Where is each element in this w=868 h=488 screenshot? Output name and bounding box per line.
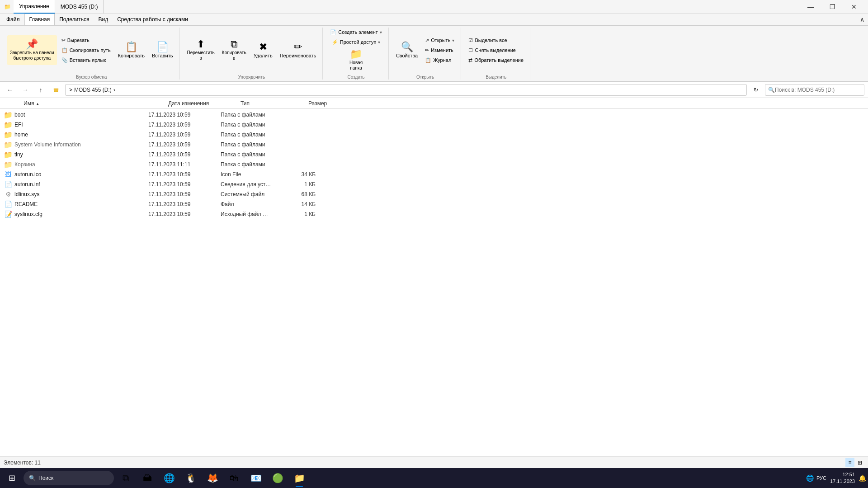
copy-button[interactable]: 📋 Копировать — [115, 35, 147, 65]
file-date-5: 17.11.2023 11:11 — [148, 161, 221, 168]
file-icon-9: 📄 — [4, 200, 13, 209]
status-bar: Элементов: 11 ≡ ⊞ — [0, 456, 868, 468]
back-button[interactable]: ← — [4, 84, 16, 96]
pin-icon: 📌 — [26, 39, 38, 49]
file-type-5: Папка с файлами — [221, 161, 288, 168]
file-type-1: Папка с файлами — [221, 122, 288, 128]
table-row[interactable]: 📁 tiny 17.11.2023 10:59 Папка с файлами — [0, 150, 868, 160]
app-mail[interactable]: 📧 — [246, 468, 266, 488]
address-path-item[interactable]: MODS 455 (D:) — [74, 87, 112, 93]
keyboard-icon[interactable]: РУС — [816, 475, 826, 481]
address-path: > MODS 455 (D:) › — [69, 87, 115, 93]
file-type-8: Системный файл — [221, 191, 288, 197]
app-mountain[interactable]: 🏔 — [137, 468, 157, 488]
app-green[interactable]: 🟢 — [268, 468, 288, 488]
file-date-0: 17.11.2023 10:59 — [148, 112, 221, 118]
details-view-button[interactable]: ≡ — [845, 458, 854, 467]
table-row[interactable]: 📄 README 17.11.2023 10:59 Файл 14 КБ — [0, 199, 868, 209]
maximize-button[interactable]: ❐ — [822, 0, 843, 14]
invert-selection-button[interactable]: ⇄ Обратить выделение — [466, 56, 526, 65]
large-icons-view-button[interactable]: ⊞ — [855, 458, 864, 467]
delete-button[interactable]: ✖ Удалить — [251, 35, 275, 65]
taskview-app[interactable]: ⧉ — [116, 468, 136, 488]
app-firefox[interactable]: 🦊 — [203, 468, 222, 488]
cut-button[interactable]: ✂ Вырезать — [59, 36, 113, 45]
file-size-10: 1 КБ — [288, 211, 325, 217]
copy-to-label: Копироватьв — [222, 50, 246, 61]
ribbon-collapse-button[interactable]: ∧ — [860, 16, 864, 23]
ribbon-tab-disk-tools[interactable]: Средства работы с дисками — [113, 14, 193, 25]
create-element-dropdown[interactable]: 📄 Создать элемент ▾ — [327, 28, 385, 37]
table-row[interactable]: 📝 syslinux.cfg 17.11.2023 10:59 Исходный… — [0, 209, 868, 219]
create-chevron-icon: ▾ — [380, 30, 382, 35]
open-dropdown[interactable]: ↗ Открыть ▾ — [422, 36, 457, 45]
table-row[interactable]: 📁 System Volume Information 17.11.2023 1… — [0, 140, 868, 150]
paste-button[interactable]: 📄 Вставить — [149, 35, 176, 65]
col-header-name[interactable]: Имя ▲ — [22, 100, 166, 107]
table-row[interactable]: 🖼 autorun.ico 17.11.2023 10:59 Icon File… — [0, 169, 868, 179]
app-explorer[interactable]: 📁 — [289, 468, 309, 488]
search-input[interactable] — [775, 87, 861, 93]
pin-button[interactable]: 📌 Закрепить на панелибыстрого доступа — [7, 35, 57, 65]
file-date-4: 17.11.2023 10:59 — [148, 151, 221, 158]
col-header-size[interactable]: Размер — [307, 100, 343, 107]
ribbon-group-clipboard: 📌 Закрепить на панелибыстрого доступа ✂ … — [4, 28, 180, 80]
taskbar-right: 🌐 РУС 12:51 17.11.2023 🔔 — [806, 471, 866, 485]
history-icon: 📋 — [425, 57, 431, 63]
file-name-10: syslinux.cfg — [14, 211, 148, 217]
network-icon[interactable]: 🌐 — [806, 474, 814, 482]
start-button[interactable]: ⊞ — [2, 468, 22, 488]
recent-locations-button[interactable] — [50, 84, 62, 96]
file-type-7: Сведения для уст… — [221, 181, 288, 188]
minimize-button[interactable]: — — [800, 0, 821, 14]
new-folder-button[interactable]: 📁 Новаяпапка — [346, 47, 366, 73]
select-group-label: Выделить — [466, 74, 526, 80]
edit-button[interactable]: ✏ Изменить — [422, 46, 457, 55]
notification-icon[interactable]: 🔔 — [859, 474, 866, 482]
table-row[interactable]: 📁 EFI 17.11.2023 10:59 Папка с файлами — [0, 120, 868, 130]
file-name-2: home — [14, 131, 148, 138]
app-store[interactable]: 🛍 — [224, 468, 244, 488]
edit-icon: ✏ — [425, 47, 429, 53]
sort-icon: ▲ — [36, 102, 40, 106]
ribbon-tab-home[interactable]: Главная — [24, 14, 55, 25]
copy-to-button[interactable]: ⧉ Копироватьв — [219, 35, 249, 65]
rename-button[interactable]: ✏ Переименовать — [277, 35, 319, 65]
copy-path-button[interactable]: 📋 Скопировать путь — [59, 46, 113, 55]
ribbon-tab-share[interactable]: Поделиться — [55, 14, 94, 25]
deselect-button[interactable]: ☐ Снять выделение — [466, 46, 526, 55]
ribbon-tab-view[interactable]: Вид — [94, 14, 113, 25]
select-all-button[interactable]: ☑ Выделить все — [466, 36, 526, 45]
paste-shortcut-button[interactable]: 📎 Вставить ярлык — [59, 56, 113, 65]
ribbon-tab-file[interactable]: Файл — [2, 14, 24, 25]
app-edge[interactable]: 🌐 — [159, 468, 179, 488]
table-row[interactable]: 📁 Корзина 17.11.2023 11:11 Папка с файла… — [0, 160, 868, 169]
properties-button[interactable]: 🔍 Свойства — [393, 35, 420, 65]
table-row[interactable]: 📁 boot 17.11.2023 10:59 Папка с файлами — [0, 110, 868, 120]
title-tabs: Управление MODS 455 (D:) — [14, 0, 104, 14]
address-input[interactable]: > MODS 455 (D:) › — [65, 84, 747, 96]
col-header-date[interactable]: Дата изменения — [166, 100, 239, 107]
table-row[interactable]: 📄 autorun.inf 17.11.2023 10:59 Сведения … — [0, 179, 868, 189]
table-row[interactable]: 📁 home 17.11.2023 10:59 Папка с файлами — [0, 130, 868, 140]
file-size-8: 68 КБ — [288, 191, 325, 197]
history-button[interactable]: 📋 Журнал — [422, 56, 457, 65]
move-to-button[interactable]: ⬆ Переместитьв — [184, 35, 217, 65]
forward-button[interactable]: → — [19, 84, 32, 96]
folder-nav-icon — [53, 87, 59, 93]
title-tab-drive[interactable]: MODS 455 (D:) — [55, 0, 104, 14]
app-penguins[interactable]: 🐧 — [181, 468, 201, 488]
taskbar-search[interactable]: 🔍 Поиск — [24, 471, 114, 485]
taskbar-clock[interactable]: 12:51 17.11.2023 — [830, 471, 855, 485]
up-button[interactable]: ↑ — [34, 84, 47, 96]
file-icon-5: 📁 — [4, 160, 13, 169]
green-app-icon: 🟢 — [272, 473, 283, 483]
file-icon-10: 📝 — [4, 210, 13, 219]
table-row[interactable]: ⚙ ldlinux.sys 17.11.2023 10:59 Системный… — [0, 189, 868, 199]
file-type-9: Файл — [221, 201, 288, 207]
close-button[interactable]: ✕ — [844, 0, 864, 14]
title-tab-management[interactable]: Управление — [14, 0, 55, 14]
quick-access-dropdown[interactable]: ⚡ Простой доступ ▾ — [329, 38, 383, 47]
refresh-button[interactable]: ↻ — [750, 84, 762, 96]
col-header-type[interactable]: Тип — [239, 100, 307, 107]
